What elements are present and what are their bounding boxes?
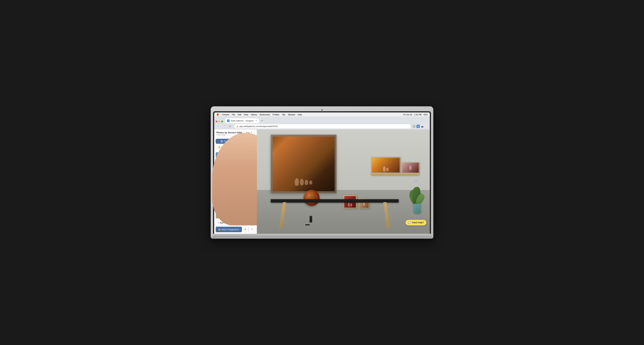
need-help-button[interactable]: 💬 Need Help? <box>406 220 426 225</box>
tab-bar: Swift Galleries - Designer ✕ + <box>214 117 430 123</box>
table-leg-right <box>383 202 390 228</box>
photo-thumb-2[interactable] <box>236 159 255 179</box>
screen-bezel: 🍎 Chrome File Edit View History Bookmark… <box>213 111 431 234</box>
window-minimize[interactable] <box>218 121 220 122</box>
tab-title: Swift Galleries - Designer <box>231 120 254 122</box>
menu-edit[interactable]: Edit <box>238 113 241 116</box>
ext-bookmark-icon[interactable]: ☆ <box>412 125 416 128</box>
vase-detail <box>414 204 420 213</box>
share-icon: ⬆ <box>244 228 246 231</box>
browser-tab-active[interactable]: Swift Galleries - Designer ✕ <box>225 118 260 123</box>
menu-view[interactable]: View <box>244 113 248 116</box>
suggestions-icon: 👍 <box>218 146 220 148</box>
menubar-right: Fri Oct 29 1:41 PM 63% <box>403 113 428 116</box>
laptop: 🍎 Chrome File Edit View History Bookmark… <box>211 106 433 239</box>
menu-window[interactable]: Window <box>288 113 295 116</box>
add-suggestions-label: Add to Suggestions <box>222 228 239 231</box>
shelf-board <box>371 173 420 175</box>
table <box>271 199 399 228</box>
room-scene: 💬 Need Help? <box>257 129 430 234</box>
menubar-date: Fri Oct 29 <box>403 113 412 116</box>
app-content: Exit ↗ Photos by Jessica Vallia Chris Sc… <box>214 129 430 234</box>
photo-grid <box>214 159 257 218</box>
menubar-time: 1:41 PM <box>414 113 422 116</box>
flower-2 <box>415 180 418 182</box>
refresh-button[interactable]: ↻ <box>228 124 232 129</box>
screen: 🍎 Chrome File Edit View History Bookmark… <box>214 112 430 234</box>
ext-3[interactable]: ⋮ <box>425 125 428 128</box>
action-row-bottom: 👍 Add to Suggestions ⬆ ? <box>216 227 255 232</box>
tab-favicon <box>227 119 230 122</box>
forward-button[interactable]: › <box>222 124 226 129</box>
table-leg-left <box>279 202 286 228</box>
tab-close-button[interactable]: ✕ <box>255 119 258 122</box>
menu-history[interactable]: History <box>251 113 257 116</box>
sidebar: Exit ↗ Photos by Jessica Vallia Chris Sc… <box>214 129 257 234</box>
plant-leaves <box>410 180 425 204</box>
menu-help[interactable]: Help <box>298 113 302 116</box>
extension-icons: ☆ G 📷 ⋮ <box>412 125 428 128</box>
laptop-base <box>211 237 433 239</box>
menu-bookmarks[interactable]: Bookmarks <box>260 113 270 116</box>
window-maximize[interactable] <box>221 121 223 122</box>
url-text: app.swiftgalleries.com/designer/edit/325… <box>240 125 278 127</box>
need-help-label: Need Help? <box>412 221 424 224</box>
apple-menu[interactable]: 🍎 <box>216 113 219 116</box>
chat-icon: 💬 <box>408 221 411 224</box>
url-bar[interactable]: 🔒 app.swiftgalleries.com/designer/edit/3… <box>234 124 411 129</box>
back-button[interactable]: ‹ <box>216 124 220 129</box>
window-close[interactable] <box>216 121 218 122</box>
chrome-top: Swift Galleries - Designer ✕ + ‹ › ↻ 🔒 <box>214 117 430 129</box>
address-bar: ‹ › ↻ 🔒 app.swiftgalleries.com/designer/… <box>214 123 430 129</box>
ext-2[interactable]: 📷 <box>420 125 424 128</box>
new-tab-button[interactable]: + <box>260 118 265 123</box>
table-top <box>271 199 399 203</box>
menu-profiles[interactable]: Profiles <box>273 113 280 116</box>
plant-area <box>410 180 425 213</box>
browser: Swift Galleries - Designer ✕ + ‹ › ↻ 🔒 <box>214 117 430 234</box>
menu-tab[interactable]: Tab <box>282 113 285 116</box>
menubar-items: Chrome File Edit View History Bookmarks … <box>222 113 302 116</box>
shelf-area <box>371 173 420 175</box>
large-frame[interactable] <box>271 135 336 193</box>
laptop-body: 🍎 Chrome File Edit View History Bookmark… <box>211 106 433 237</box>
shelf-frame-medium[interactable] <box>371 157 400 173</box>
plus-icon: + <box>218 222 219 224</box>
large-frame-photo <box>273 136 334 191</box>
ext-1[interactable]: G <box>416 125 420 128</box>
photos-icon: 🖼 <box>221 140 223 142</box>
question-icon: ? <box>251 228 252 231</box>
shelf-items <box>371 155 420 173</box>
lock-icon: 🔒 <box>236 125 238 127</box>
thumbsup-icon: 👍 <box>218 228 221 231</box>
main-canvas[interactable]: 💬 Need Help? <box>257 129 430 234</box>
menu-chrome[interactable]: Chrome <box>222 113 229 116</box>
menu-file[interactable]: File <box>232 113 235 116</box>
add-to-suggestions-button[interactable]: 👍 Add to Suggestions <box>216 227 242 232</box>
share-button[interactable]: ⬆ <box>242 227 248 232</box>
laptop-bottom <box>213 234 431 237</box>
vase <box>414 204 421 213</box>
menubar-battery: 63% <box>424 113 428 116</box>
shelf-frame-small[interactable] <box>402 162 420 173</box>
help-button[interactable]: ? <box>248 227 255 232</box>
camera <box>322 109 322 111</box>
menubar: 🍎 Chrome File Edit View History Bookmark… <box>214 112 430 117</box>
